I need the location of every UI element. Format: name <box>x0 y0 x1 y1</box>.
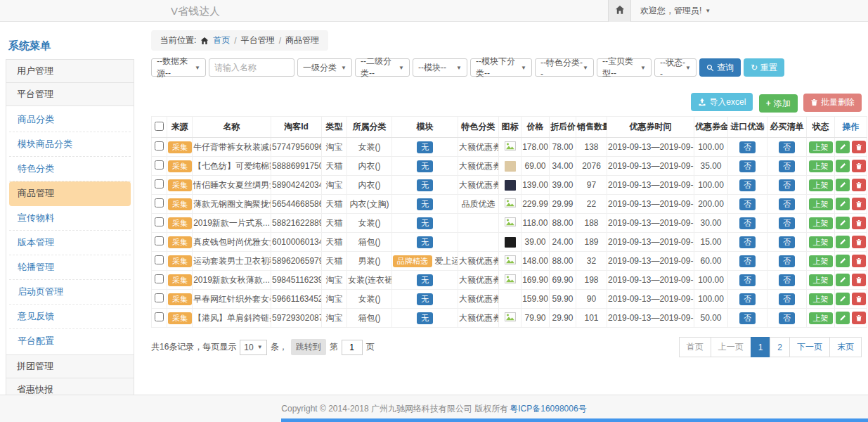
delete-button[interactable] <box>852 293 866 305</box>
sidebar-item-5[interactable]: 商品管理 <box>9 181 131 206</box>
user-menu[interactable]: 欢迎您，管理员! ▼ <box>640 5 711 17</box>
filter-select-level1-category[interactable]: 一级分类▼ <box>297 58 352 77</box>
status-badge[interactable]: 上架 <box>809 255 833 267</box>
row-checkbox[interactable] <box>155 198 164 207</box>
import-select-badge[interactable]: 否 <box>739 198 756 210</box>
delete-button[interactable] <box>852 217 866 229</box>
edit-button[interactable] <box>836 274 850 286</box>
row-checkbox[interactable] <box>155 293 164 302</box>
delete-button[interactable] <box>852 274 866 286</box>
status-badge[interactable]: 上架 <box>809 141 833 153</box>
edit-button[interactable] <box>836 312 850 324</box>
must-buy-badge[interactable]: 否 <box>779 312 795 324</box>
add-button[interactable]: + 添加 <box>759 94 798 113</box>
sidebar-item-4[interactable]: 特色分类 <box>9 157 131 181</box>
icp-link[interactable]: 粤ICP备16098006号 <box>510 403 586 415</box>
status-badge[interactable]: 上架 <box>809 236 833 248</box>
edit-button[interactable] <box>836 198 850 210</box>
reset-button[interactable]: ↻重置 <box>744 58 784 77</box>
import-select-badge[interactable]: 否 <box>739 312 756 324</box>
status-badge[interactable]: 上架 <box>809 198 833 210</box>
filter-select-level2-category[interactable]: --二级分类--▼ <box>355 58 410 77</box>
delete-button[interactable] <box>852 141 866 153</box>
must-buy-badge[interactable]: 否 <box>779 198 795 210</box>
edit-button[interactable] <box>836 293 850 305</box>
sidebar-item-12[interactable]: 拼团管理 <box>6 354 134 378</box>
filter-select-module-subcategory[interactable]: --模块下分类--▼ <box>470 58 532 77</box>
import-excel-button[interactable]: 导入excel <box>691 93 753 111</box>
status-badge[interactable]: 上架 <box>809 217 833 229</box>
import-select-badge[interactable]: 否 <box>739 274 756 286</box>
edit-button[interactable] <box>836 217 850 229</box>
edit-button[interactable] <box>836 236 850 248</box>
row-checkbox[interactable] <box>155 217 164 226</box>
sidebar-item-2[interactable]: 商品分类 <box>9 108 131 132</box>
last-page-button[interactable]: 末页 <box>829 337 862 357</box>
delete-button[interactable] <box>852 236 866 248</box>
status-badge[interactable]: 上架 <box>809 274 833 286</box>
page-number-input[interactable] <box>342 340 363 355</box>
sidebar-item-7[interactable]: 版本管理 <box>9 231 131 255</box>
search-button[interactable]: 查询 <box>699 58 741 77</box>
filter-select-status[interactable]: --状态--▼ <box>654 58 697 77</box>
select-all-checkbox[interactable] <box>155 122 164 131</box>
row-checkbox[interactable] <box>155 255 164 264</box>
next-page-button[interactable]: 下一页 <box>789 337 830 357</box>
import-select-badge[interactable]: 否 <box>739 293 756 305</box>
row-checkbox[interactable] <box>155 179 164 188</box>
edit-button[interactable] <box>836 179 850 191</box>
sidebar-item-10[interactable]: 意见反馈 <box>9 305 131 329</box>
status-badge[interactable]: 上架 <box>809 293 833 305</box>
row-checkbox[interactable] <box>155 312 164 321</box>
jump-button[interactable]: 跳转到 <box>291 339 326 355</box>
batch-delete-button[interactable]: 批量删除 <box>803 94 862 112</box>
name-search-input[interactable] <box>209 58 294 77</box>
delete-button[interactable] <box>852 160 866 172</box>
status-badge[interactable]: 上架 <box>809 179 833 191</box>
must-buy-badge[interactable]: 否 <box>779 160 795 172</box>
filter-select-feature-category[interactable]: --特色分类--▼ <box>535 58 594 77</box>
page-2-button[interactable]: 2 <box>770 337 790 357</box>
edit-button[interactable] <box>836 141 850 153</box>
per-page-select[interactable]: 10 ▼ <box>240 340 266 355</box>
import-select-badge[interactable]: 否 <box>739 141 756 153</box>
sidebar-item-11[interactable]: 平台配置 <box>9 329 131 353</box>
must-buy-badge[interactable]: 否 <box>779 236 795 248</box>
breadcrumb-section[interactable]: 平台管理 <box>241 34 275 46</box>
sidebar-item-6[interactable]: 宣传物料 <box>9 206 131 231</box>
home-button[interactable] <box>608 0 631 22</box>
import-select-badge[interactable]: 否 <box>739 160 756 172</box>
must-buy-badge[interactable]: 否 <box>779 141 795 153</box>
delete-button[interactable] <box>852 255 866 267</box>
sidebar-item-9[interactable]: 启动页管理 <box>9 280 131 305</box>
delete-button[interactable] <box>852 179 866 191</box>
row-checkbox[interactable] <box>155 160 164 170</box>
sidebar-item-1[interactable]: 平台管理 <box>6 82 134 106</box>
import-select-badge[interactable]: 否 <box>739 236 756 248</box>
row-checkbox[interactable] <box>155 274 164 283</box>
import-select-badge[interactable]: 否 <box>739 179 756 191</box>
must-buy-badge[interactable]: 否 <box>779 217 795 229</box>
edit-button[interactable] <box>836 160 850 172</box>
sidebar-item-3[interactable]: 模块商品分类 <box>9 132 131 157</box>
filter-select-item-type[interactable]: --宝贝类型--▼ <box>597 58 652 77</box>
filter-select-data-source[interactable]: --数据来源--▼ <box>151 58 206 77</box>
row-checkbox[interactable] <box>155 141 164 151</box>
delete-button[interactable] <box>852 198 866 210</box>
horizontal-scrollbar[interactable] <box>281 418 868 422</box>
filter-select-module[interactable]: --模块--▼ <box>413 58 467 77</box>
must-buy-badge[interactable]: 否 <box>779 179 795 191</box>
breadcrumb-home-link[interactable]: 首页 <box>213 34 230 46</box>
status-badge[interactable]: 上架 <box>809 312 833 324</box>
page-1-button[interactable]: 1 <box>751 337 771 357</box>
status-badge[interactable]: 上架 <box>809 160 833 172</box>
delete-button[interactable] <box>852 312 866 324</box>
must-buy-badge[interactable]: 否 <box>779 274 795 286</box>
sidebar-item-8[interactable]: 轮播管理 <box>9 255 131 280</box>
import-select-badge[interactable]: 否 <box>739 217 756 229</box>
sidebar-item-0[interactable]: 用户管理 <box>6 59 134 83</box>
row-checkbox[interactable] <box>155 236 164 245</box>
import-select-badge[interactable]: 否 <box>739 255 756 267</box>
must-buy-badge[interactable]: 否 <box>779 255 795 267</box>
must-buy-badge[interactable]: 否 <box>779 293 795 305</box>
